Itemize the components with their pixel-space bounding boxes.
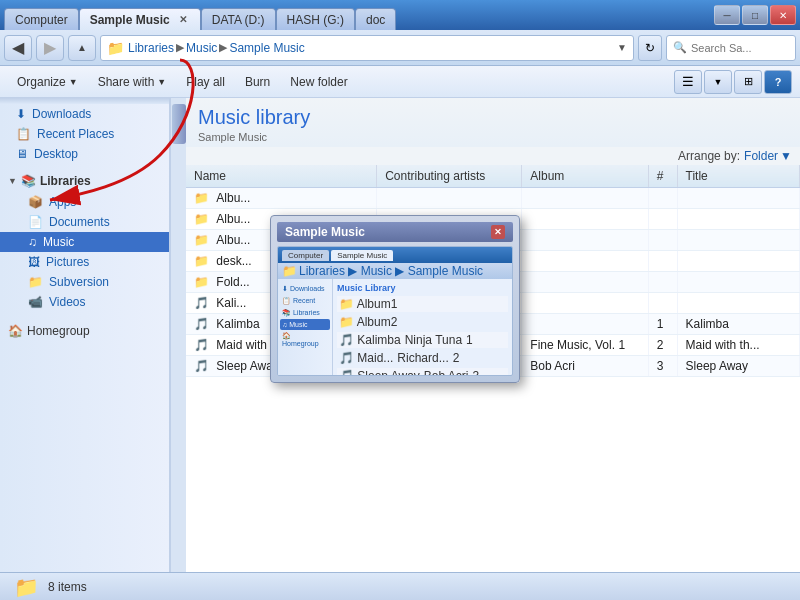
table-row[interactable]: 📁 Albu... bbox=[186, 188, 800, 209]
organize-dropdown-icon: ▼ bbox=[69, 77, 78, 87]
sidebar-item-apps[interactable]: 📦 Apps bbox=[0, 192, 169, 212]
file-name: Kali... bbox=[216, 296, 246, 310]
view-icons-button[interactable]: ⊞ bbox=[734, 70, 762, 94]
folder-icon: 📁 bbox=[107, 40, 124, 56]
sidebar-item-subversion[interactable]: 📁 Subversion bbox=[0, 272, 169, 292]
organize-label: Organize bbox=[17, 75, 66, 89]
tab-computer[interactable]: Computer bbox=[4, 8, 79, 30]
cell-num bbox=[648, 272, 677, 293]
col-num[interactable]: # bbox=[648, 165, 677, 188]
view-help-button[interactable]: ? bbox=[764, 70, 792, 94]
breadcrumb-music[interactable]: Music bbox=[186, 41, 217, 55]
search-icon: 🔍 bbox=[673, 41, 687, 54]
cell-title bbox=[677, 272, 799, 293]
tab-data[interactable]: DATA (D:) bbox=[201, 8, 276, 30]
tooltip-mini-tab-sample[interactable]: Sample Music bbox=[331, 250, 393, 261]
sidebar-scrollbar[interactable] bbox=[170, 98, 186, 572]
maximize-button[interactable]: □ bbox=[742, 5, 768, 25]
tooltip-mini-tab-computer[interactable]: Computer bbox=[282, 250, 329, 261]
tooltip-mini-nav: Computer Sample Music bbox=[278, 247, 512, 263]
search-box[interactable]: 🔍 bbox=[666, 35, 796, 61]
col-artists[interactable]: Contributing artists bbox=[377, 165, 522, 188]
breadcrumb-sample-music[interactable]: Sample Music bbox=[229, 41, 304, 55]
tab-hash[interactable]: HASH (G:) bbox=[276, 8, 355, 30]
minimize-button[interactable]: ─ bbox=[714, 5, 740, 25]
tooltip-mini-sidebar: ⬇ Downloads 📋 Recent 📚 Libraries ♫ Music… bbox=[278, 279, 333, 375]
cell-album bbox=[522, 209, 648, 230]
sidebar-item-desktop[interactable]: 🖥 Desktop bbox=[0, 144, 169, 164]
sidebar-recent-label: Recent Places bbox=[37, 127, 114, 141]
sidebar-item-videos[interactable]: 📹 Videos bbox=[0, 292, 169, 312]
forward-button[interactable]: ▶ bbox=[36, 35, 64, 61]
apps-icon: 📦 bbox=[28, 195, 43, 209]
sidebar-item-recent-places[interactable]: 📋 Recent Places bbox=[0, 124, 169, 144]
col-title[interactable]: Title bbox=[677, 165, 799, 188]
file-name: desk... bbox=[216, 254, 251, 268]
sidebar-desktop-label: Desktop bbox=[34, 147, 78, 161]
sidebar-pictures-label: Pictures bbox=[46, 255, 89, 269]
subversion-icon: 📁 bbox=[28, 275, 43, 289]
tab-sample-music-label: Sample Music bbox=[90, 13, 170, 27]
library-subtitle: Sample Music bbox=[198, 131, 788, 143]
tooltip-row-2: 📁 Album2 bbox=[337, 314, 508, 330]
col-album[interactable]: Album bbox=[522, 165, 648, 188]
tooltip-mini-rows: 📁 Album1 📁 Album2 🎵 KalimbaNinja Tuna1 🎵… bbox=[337, 296, 508, 376]
refresh-button[interactable]: ↻ bbox=[638, 35, 662, 61]
tab-close-icon[interactable]: ✕ bbox=[176, 13, 190, 27]
tooltip-popup: Sample Music ✕ Computer Sample Music 📁 L… bbox=[270, 215, 520, 383]
tooltip-row-1: 📁 Album1 bbox=[337, 296, 508, 312]
library-header: Music library Sample Music bbox=[186, 98, 800, 147]
tab-doc-label: doc bbox=[366, 13, 385, 27]
cell-artists bbox=[377, 188, 522, 209]
tooltip-mini-title: Music Library bbox=[337, 283, 508, 293]
cell-album bbox=[522, 272, 648, 293]
tooltip-mini-tabs: Computer Sample Music bbox=[282, 250, 393, 261]
tooltip-sidebar-recent: 📋 Recent bbox=[280, 295, 330, 307]
breadcrumb-libraries[interactable]: Libraries bbox=[128, 41, 174, 55]
up-button[interactable]: ▲ bbox=[68, 35, 96, 61]
sidebar-item-music[interactable]: ♫ Music bbox=[0, 232, 169, 252]
address-dropdown-icon[interactable]: ▼ bbox=[617, 42, 627, 53]
tooltip-inner: Computer Sample Music 📁 Libraries ▶ Musi… bbox=[277, 246, 513, 376]
share-with-button[interactable]: Share with ▼ bbox=[89, 71, 176, 93]
file-icon: 📁 bbox=[194, 254, 209, 268]
burn-button[interactable]: Burn bbox=[236, 71, 279, 93]
view-details-button[interactable]: ☰ bbox=[674, 70, 702, 94]
tab-sample-music[interactable]: Sample Music ✕ bbox=[79, 8, 201, 30]
tooltip-close-icon[interactable]: ✕ bbox=[491, 225, 505, 239]
file-icon: 🎵 bbox=[194, 359, 209, 373]
sidebar-scroll-thumb[interactable] bbox=[172, 104, 186, 144]
sidebar-item-downloads[interactable]: ⬇ Downloads bbox=[0, 104, 169, 124]
sidebar-item-homegroup[interactable]: 🏠 Homegroup bbox=[0, 320, 169, 342]
file-name: Albu... bbox=[216, 212, 250, 226]
status-bar: 📁 8 items bbox=[0, 572, 800, 600]
sidebar-subversion-label: Subversion bbox=[49, 275, 109, 289]
tab-doc[interactable]: doc bbox=[355, 8, 396, 30]
cell-title: Kalimba bbox=[677, 314, 799, 335]
share-with-label: Share with bbox=[98, 75, 155, 89]
cell-name: 📁 Albu... bbox=[186, 188, 377, 209]
col-name[interactable]: Name bbox=[186, 165, 377, 188]
play-all-label: Play all bbox=[186, 75, 225, 89]
sidebar-item-pictures[interactable]: 🖼 Pictures bbox=[0, 252, 169, 272]
address-bar[interactable]: 📁 Libraries ▶ Music ▶ Sample Music ▼ bbox=[100, 35, 634, 61]
file-name: Albu... bbox=[216, 191, 250, 205]
view-dropdown-button[interactable]: ▼ bbox=[704, 70, 732, 94]
sidebar-homegroup-label: Homegroup bbox=[27, 324, 90, 338]
close-button[interactable]: ✕ bbox=[770, 5, 796, 25]
organize-button[interactable]: Organize ▼ bbox=[8, 71, 87, 93]
back-button[interactable]: ◀ bbox=[4, 35, 32, 61]
sidebar-item-documents[interactable]: 📄 Documents bbox=[0, 212, 169, 232]
search-input[interactable] bbox=[691, 42, 771, 54]
sidebar-downloads-label: Downloads bbox=[32, 107, 91, 121]
cell-title: Sleep Away bbox=[677, 356, 799, 377]
cell-num: 1 bbox=[648, 314, 677, 335]
cell-num bbox=[648, 209, 677, 230]
play-all-button[interactable]: Play all bbox=[177, 71, 234, 93]
new-folder-button[interactable]: New folder bbox=[281, 71, 356, 93]
cell-title bbox=[677, 209, 799, 230]
arrange-value-button[interactable]: Folder ▼ bbox=[744, 149, 792, 163]
desktop-icon: 🖥 bbox=[16, 147, 28, 161]
sidebar-group-libraries[interactable]: ▼ 📚 Libraries bbox=[0, 170, 169, 192]
cell-num bbox=[648, 251, 677, 272]
